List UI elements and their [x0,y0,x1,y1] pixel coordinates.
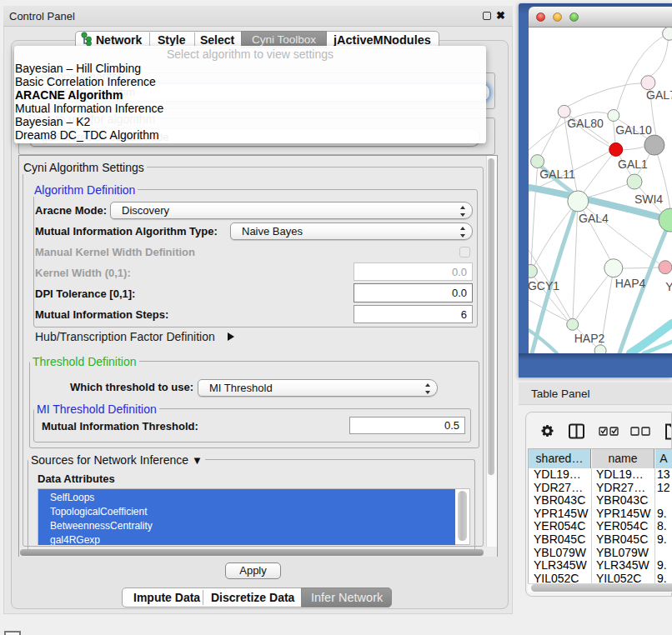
svg-text:HAP2: HAP2 [574,332,605,345]
svg-text:GAL4: GAL4 [579,212,609,225]
svg-text:GCY1: GCY1 [529,279,559,292]
svg-text:GAL80: GAL80 [567,117,604,130]
svg-text:GAL1: GAL1 [618,158,648,171]
svg-text:GAL10: GAL10 [615,123,652,137]
svg-text:GAL11: GAL11 [539,168,575,181]
svg-text:GAL7: GAL7 [646,88,672,102]
svg-text:HAP4: HAP4 [615,277,646,290]
svg-text:SWI4: SWI4 [634,192,663,206]
svg-text:Y: Y [665,280,672,293]
